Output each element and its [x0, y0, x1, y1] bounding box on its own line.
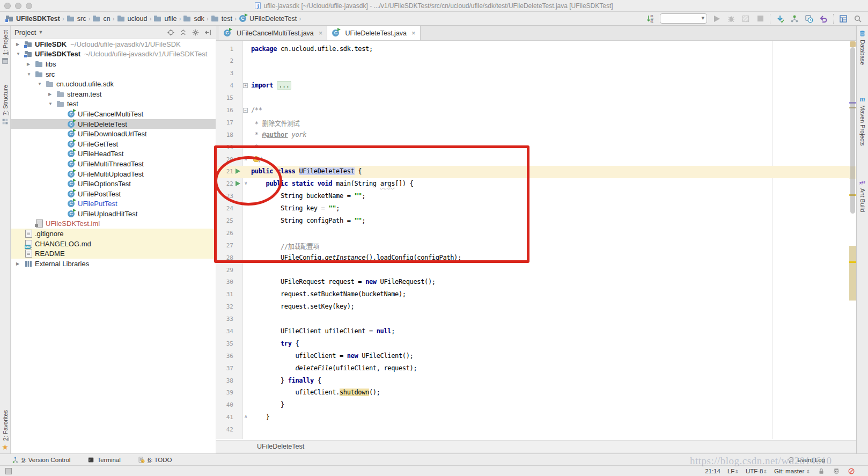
code-line[interactable]: 22∨ public static void main(String args[…: [216, 178, 849, 191]
code-line[interactable]: 38 } finally {: [216, 375, 849, 387]
toolwindow-version-control[interactable]: 9: Version Control: [12, 456, 70, 463]
code-line[interactable]: 25 String configPath = "";: [216, 215, 849, 228]
tree-item[interactable]: UFileMultiThreadTest: [11, 159, 216, 169]
lock-icon[interactable]: [817, 467, 825, 475]
tree-item[interactable]: ▶libs: [11, 59, 216, 69]
code-line[interactable]: 23 String bucketName = "";: [216, 191, 849, 203]
toolwindow-button-database[interactable]: Database: [857, 30, 868, 65]
toolwindow-button-ant-build[interactable]: Ant Build: [857, 179, 868, 212]
analysis-status-icon[interactable]: [850, 41, 856, 47]
code-line[interactable]: 37 deleteFile(ufileClient, request);: [216, 363, 849, 375]
expanded-arrow-icon[interactable]: ▼: [47, 101, 56, 106]
stop-icon[interactable]: [755, 14, 765, 24]
run-icon[interactable]: [712, 14, 722, 24]
run-config-select[interactable]: [660, 13, 707, 24]
breadcrumb-item[interactable]: ufile: [153, 14, 176, 23]
code-line[interactable]: 17 * 删除文件测试: [216, 117, 849, 129]
code-line[interactable]: 31 request.setBucketName(bucketName);: [216, 289, 849, 301]
code-line[interactable]: 27 //加载配置项: [216, 240, 849, 252]
code-line[interactable]: 34 UFileClient ufileClient = null;: [216, 326, 849, 338]
code-line[interactable]: 3: [216, 68, 849, 80]
breadcrumb-item[interactable]: src: [67, 14, 86, 23]
status-line-separator[interactable]: LF⇕: [727, 468, 739, 474]
tree-item[interactable]: UFileSDKTest.iml: [11, 219, 216, 229]
project-panel-header[interactable]: Project ▼: [11, 26, 216, 39]
expanded-arrow-icon[interactable]: ▼: [14, 52, 24, 56]
toolwindow-button---favorites[interactable]: 2: Favorites★: [0, 410, 10, 450]
tree-item[interactable]: UFileDeleteTest: [11, 119, 216, 129]
code-line[interactable]: 40 }: [216, 399, 849, 412]
code-line[interactable]: 42: [216, 424, 849, 436]
code-line[interactable]: 30 UFileRequest request = new UFileReque…: [216, 276, 849, 289]
code-line[interactable]: 2: [216, 55, 849, 68]
tree-item[interactable]: ▼src: [11, 69, 216, 79]
stripe-mark[interactable]: [849, 261, 856, 263]
code-line[interactable]: 32 request.setKey(key);: [216, 301, 849, 313]
fold-marker-icon[interactable]: ∧: [244, 414, 248, 419]
vcs-commit-icon[interactable]: [790, 14, 799, 24]
code-line[interactable]: 21public class UFileDeleteTest {: [216, 166, 849, 178]
tree-item[interactable]: ▶stream.test: [11, 89, 216, 99]
chevron-down-icon[interactable]: ▼: [38, 30, 43, 35]
tree-item[interactable]: UFilePostTest: [11, 189, 216, 199]
tree-item[interactable]: ▶UFileSDK~/Ucloud/ufile-javasdk/v1/UFile…: [11, 39, 216, 49]
tree-item[interactable]: UFileDownloadUrlTest: [11, 129, 216, 139]
run-gutter-icon[interactable]: [236, 181, 240, 186]
tree-item[interactable]: UFileCancelMultiTest: [11, 109, 216, 119]
breadcrumb-item[interactable]: sdk: [183, 14, 204, 23]
tree-item[interactable]: UFileMultiUploadTest: [11, 169, 216, 179]
collapsed-arrow-icon[interactable]: ▶: [14, 42, 24, 47]
breadcrumb-item[interactable]: test: [211, 14, 232, 23]
status-git-branch[interactable]: Git: master ⇕: [774, 468, 810, 474]
tree-item[interactable]: ▼UFileSDKTest~/Ucloud/ufile-javasdk/v1/U…: [11, 49, 216, 60]
sort-lines-icon[interactable]: 011001: [645, 14, 655, 24]
locate-file-icon[interactable]: [166, 28, 175, 37]
toolwindow-button---project[interactable]: 1: Project: [0, 30, 10, 64]
coverage-icon[interactable]: [741, 14, 751, 24]
collapsed-arrow-icon[interactable]: ▶: [47, 92, 56, 97]
code-editor[interactable]: 1package cn.ucloud.ufile.sdk.test;234+im…: [216, 41, 849, 439]
expanded-arrow-icon[interactable]: ▼: [36, 82, 46, 86]
code-line[interactable]: 41∧ }: [216, 412, 849, 424]
search-icon[interactable]: [853, 14, 863, 24]
status-encoding[interactable]: UTF-8⇕: [746, 468, 767, 474]
code-line[interactable]: 36 ufileClient = new UFileClient();: [216, 350, 849, 363]
code-line[interactable]: 24 String key = "";: [216, 203, 849, 215]
vcs-history-icon[interactable]: [804, 14, 814, 24]
highlighting-level-icon[interactable]: [832, 467, 840, 475]
code-line[interactable]: 28 UFileConfig.getInstance().loadConfig(…: [216, 252, 849, 265]
hide-panel-icon[interactable]: [203, 28, 212, 37]
toolwindow-toggle-icon[interactable]: [5, 468, 12, 474]
code-line[interactable]: 16−/**: [216, 105, 849, 117]
event-log-button[interactable]: Event Log: [788, 456, 825, 463]
tree-item[interactable]: ▼cn.ucloud.ufile.sdk: [11, 79, 216, 89]
breadcrumb-item[interactable]: cn: [92, 14, 110, 23]
editor-breadcrumb-item[interactable]: UFileDeleteTest: [257, 443, 304, 450]
editor-tab[interactable]: UFileDeleteTest.java×: [327, 26, 420, 40]
toolwindow-todo[interactable]: 6: TODO: [138, 456, 172, 463]
collapsed-arrow-icon[interactable]: ▶: [25, 62, 35, 67]
code-line[interactable]: 20∧ */: [216, 154, 849, 166]
tree-item[interactable]: UFileHeadTest: [11, 149, 216, 159]
fold-marker-icon[interactable]: ∨: [244, 180, 248, 186]
tree-item[interactable]: UFilePutTest: [11, 199, 216, 209]
toolwindow-button---structure[interactable]: 7: Structure: [0, 85, 10, 125]
editor-tab[interactable]: UFileCancelMultiTest.java×: [219, 26, 327, 40]
code-line[interactable]: 15: [216, 92, 849, 105]
collapsed-arrow-icon[interactable]: ▶: [14, 261, 24, 266]
code-line[interactable]: 18 * @author york: [216, 129, 849, 142]
fold-marker-icon[interactable]: +: [243, 83, 248, 88]
code-line[interactable]: 19 *: [216, 142, 849, 154]
code-line[interactable]: 4+import ...: [216, 80, 849, 92]
run-gutter-icon[interactable]: [236, 169, 240, 174]
tree-item[interactable]: UFileOptionsTest: [11, 179, 216, 189]
tree-item[interactable]: ▶External Libraries: [11, 259, 216, 269]
editor-scrollbar[interactable]: [850, 47, 855, 214]
fold-marker-icon[interactable]: −: [243, 108, 248, 113]
expanded-arrow-icon[interactable]: ▼: [25, 72, 35, 77]
debug-icon[interactable]: [726, 14, 736, 24]
tree-item[interactable]: UFileGetTest: [11, 139, 216, 149]
rollback-icon[interactable]: [819, 14, 828, 24]
stripe-mark[interactable]: [849, 246, 856, 301]
code-line[interactable]: 26: [216, 228, 849, 240]
